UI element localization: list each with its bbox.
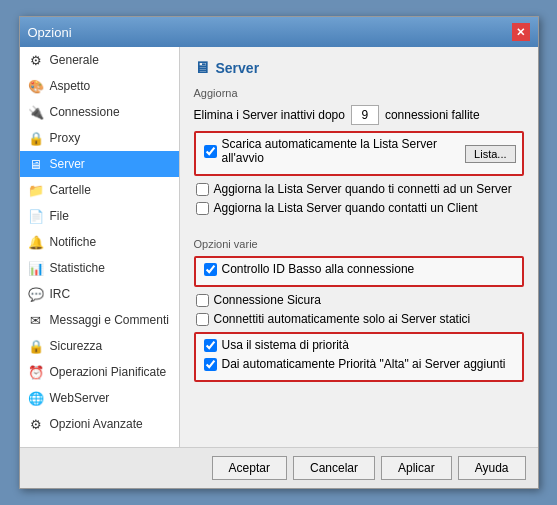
webserver-icon: 🌐 xyxy=(28,390,44,406)
sidebar-item-server[interactable]: 🖥Server xyxy=(20,151,179,177)
scarica-row: Scarica automaticamente la Lista Server … xyxy=(202,137,516,170)
connessione-sicura-label: Connessione Sicura xyxy=(214,293,321,307)
scarica-box: Scarica automaticamente la Lista Server … xyxy=(194,131,524,176)
controllo-label: Controllo ID Basso alla connessione xyxy=(222,262,415,276)
aggiorna-server-label: Aggiorna la Lista Server quando ti conne… xyxy=(214,182,512,196)
sidebar-item-irc[interactable]: 💬IRC xyxy=(20,281,179,307)
sidebar-item-proxy[interactable]: 🔒Proxy xyxy=(20,125,179,151)
sidebar-item-webserver[interactable]: 🌐WebServer xyxy=(20,385,179,411)
sidebar-item-statistiche[interactable]: 📊Statistiche xyxy=(20,255,179,281)
irc-icon: 💬 xyxy=(28,286,44,302)
opzioni-varie-label: Opzioni varie xyxy=(194,238,524,250)
scarica-checkbox-row: Scarica automaticamente la Lista Server … xyxy=(202,137,460,165)
lista-button[interactable]: Lista... xyxy=(465,145,515,163)
sidebar-label-file: File xyxy=(50,209,69,223)
sicurezza-icon: 🔒 xyxy=(28,338,44,354)
sidebar-item-messaggi[interactable]: ✉Messaggi e Commenti xyxy=(20,307,179,333)
sidebar-label-proxy: Proxy xyxy=(50,131,81,145)
connettiti-label: Connettiti automaticamente solo ai Serve… xyxy=(214,312,471,326)
sidebar-label-server: Server xyxy=(50,157,85,171)
content-area: ⚙Generale🎨Aspetto🔌Connessione🔒Proxy🖥Serv… xyxy=(20,47,538,447)
sidebar-label-sicurezza: Sicurezza xyxy=(50,339,103,353)
usa-sistema-checkbox[interactable] xyxy=(204,339,217,352)
aggiorna-server-checkbox[interactable] xyxy=(196,183,209,196)
sidebar-label-operazioni: Operazioni Pianificate xyxy=(50,365,167,379)
sidebar-label-statistiche: Statistiche xyxy=(50,261,105,275)
server-icon: 🖥 xyxy=(194,59,210,77)
sidebar-item-connessione[interactable]: 🔌Connessione xyxy=(20,99,179,125)
scarica-label: Scarica automaticamente la Lista Server … xyxy=(222,137,460,165)
sidebar-label-messaggi: Messaggi e Commenti xyxy=(50,313,169,327)
connessione-sicura-row: Connessione Sicura xyxy=(194,293,524,307)
usa-sistema-label: Usa il sistema di priorità xyxy=(222,338,349,352)
sidebar-item-file[interactable]: 📄File xyxy=(20,203,179,229)
sidebar: ⚙Generale🎨Aspetto🔌Connessione🔒Proxy🖥Serv… xyxy=(20,47,180,447)
title-bar: Opzioni ✕ xyxy=(20,17,538,47)
usa-sistema-row: Usa il sistema di priorità xyxy=(202,338,516,352)
dai-automaticamente-label: Dai automaticamente Priorità "Alta" ai S… xyxy=(222,357,506,371)
sidebar-item-cartelle[interactable]: 📁Cartelle xyxy=(20,177,179,203)
elimina-label: Elimina i Server inattivi dopo xyxy=(194,108,345,122)
aggiorna-client-label: Aggiorna la Lista Server quando contatti… xyxy=(214,201,478,215)
sidebar-label-notifiche: Notifiche xyxy=(50,235,97,249)
footer: Aceptar Cancelar Aplicar Ayuda xyxy=(20,447,538,488)
section-title: 🖥 Server xyxy=(194,59,524,77)
sidebar-label-cartelle: Cartelle xyxy=(50,183,91,197)
section-title-text: Server xyxy=(216,60,260,76)
sidebar-item-generale[interactable]: ⚙Generale xyxy=(20,47,179,73)
main-panel: 🖥 Server Aggiorna Elimina i Server inatt… xyxy=(180,47,538,447)
cartelle-icon: 📁 xyxy=(28,182,44,198)
sidebar-item-operazioni[interactable]: ⏰Operazioni Pianificate xyxy=(20,359,179,385)
controllo-row: Controllo ID Basso alla connessione xyxy=(202,262,516,276)
notifiche-icon: 🔔 xyxy=(28,234,44,250)
sidebar-label-connessione: Connessione xyxy=(50,105,120,119)
ayuda-button[interactable]: Ayuda xyxy=(458,456,526,480)
sidebar-label-irc: IRC xyxy=(50,287,71,301)
statistiche-icon: 📊 xyxy=(28,260,44,276)
sidebar-label-webserver: WebServer xyxy=(50,391,110,405)
priorita-box: Usa il sistema di priorità Dai automatic… xyxy=(194,332,524,382)
connessione-sicura-checkbox[interactable] xyxy=(196,294,209,307)
opzioni-avanzate-icon: ⚙ xyxy=(28,416,44,432)
dai-automaticamente-checkbox[interactable] xyxy=(204,358,217,371)
server-icon: 🖥 xyxy=(28,156,44,172)
cancelar-button[interactable]: Cancelar xyxy=(293,456,375,480)
generale-icon: ⚙ xyxy=(28,52,44,68)
elimina-suffix: connessioni fallite xyxy=(385,108,480,122)
file-icon: 📄 xyxy=(28,208,44,224)
sidebar-item-notifiche[interactable]: 🔔Notifiche xyxy=(20,229,179,255)
connettiti-row: Connettiti automaticamente solo ai Serve… xyxy=(194,312,524,326)
aplicar-button[interactable]: Aplicar xyxy=(381,456,452,480)
sidebar-label-generale: Generale xyxy=(50,53,99,67)
controllo-box: Controllo ID Basso alla connessione xyxy=(194,256,524,287)
proxy-icon: 🔒 xyxy=(28,130,44,146)
sidebar-item-opzioni-avanzate[interactable]: ⚙Opzioni Avanzate xyxy=(20,411,179,437)
close-button[interactable]: ✕ xyxy=(512,23,530,41)
sidebar-label-aspetto: Aspetto xyxy=(50,79,91,93)
operazioni-icon: ⏰ xyxy=(28,364,44,380)
aggiorna-client-row: Aggiorna la Lista Server quando contatti… xyxy=(194,201,524,215)
aggiorna-label: Aggiorna xyxy=(194,87,524,99)
controllo-checkbox[interactable] xyxy=(204,263,217,276)
connettiti-checkbox[interactable] xyxy=(196,313,209,326)
messaggi-icon: ✉ xyxy=(28,312,44,328)
sidebar-item-aspetto[interactable]: 🎨Aspetto xyxy=(20,73,179,99)
dai-automaticamente-row: Dai automaticamente Priorità "Alta" ai S… xyxy=(202,357,516,371)
window-title: Opzioni xyxy=(28,25,72,40)
aggiorna-client-checkbox[interactable] xyxy=(196,202,209,215)
connessione-icon: 🔌 xyxy=(28,104,44,120)
connessioni-input[interactable] xyxy=(351,105,379,125)
aceptar-button[interactable]: Aceptar xyxy=(212,456,287,480)
sidebar-item-sicurezza[interactable]: 🔒Sicurezza xyxy=(20,333,179,359)
aggiorna-server-row: Aggiorna la Lista Server quando ti conne… xyxy=(194,182,524,196)
sidebar-label-opzioni-avanzate: Opzioni Avanzate xyxy=(50,417,143,431)
options-window: Opzioni ✕ ⚙Generale🎨Aspetto🔌Connessione🔒… xyxy=(19,16,539,489)
scarica-checkbox[interactable] xyxy=(204,145,217,158)
aspetto-icon: 🎨 xyxy=(28,78,44,94)
elimina-row: Elimina i Server inattivi dopo connessio… xyxy=(194,105,524,125)
